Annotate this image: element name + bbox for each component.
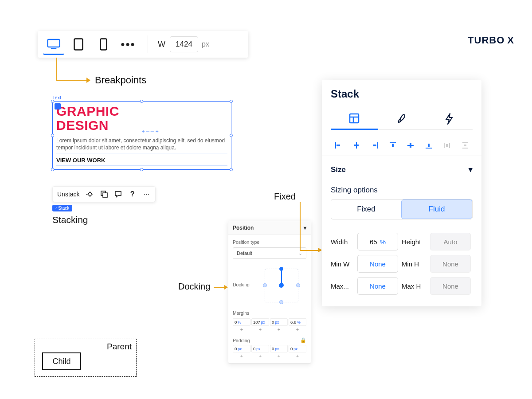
align-center-h-button[interactable] (349, 140, 364, 151)
edit-shape-button[interactable] (86, 190, 94, 198)
add-padding[interactable]: + (251, 353, 269, 359)
align-top-icon (389, 141, 397, 149)
height-label: Height (402, 238, 426, 246)
breakpoint-desktop[interactable] (43, 34, 64, 55)
maxw-input[interactable]: None (357, 277, 398, 295)
svg-rect-2 (74, 39, 83, 50)
parent-diagram: Parent Child (35, 339, 137, 377)
margin-bottom-input[interactable]: 0px (270, 318, 288, 326)
dock-point-left[interactable] (263, 283, 267, 287)
fixed-callout: Fixed (274, 192, 296, 202)
width-input[interactable] (170, 36, 198, 52)
unstack-button[interactable]: Unstack (57, 191, 80, 198)
callout-arrow (86, 78, 90, 83)
callout-line (300, 202, 301, 250)
callout-arrow (318, 248, 322, 252)
resize-handle[interactable] (140, 168, 143, 171)
selection-badge (55, 103, 61, 110)
minh-label: Min H (402, 260, 426, 268)
width-input[interactable]: 65% (357, 233, 398, 250)
position-panel-header[interactable]: Position ▾ (228, 221, 311, 235)
add-padding[interactable]: + (289, 353, 306, 359)
resize-handle[interactable] (230, 168, 233, 171)
add-margin[interactable]: + (270, 327, 288, 332)
resize-handle[interactable] (51, 134, 54, 137)
tab-layout[interactable] (331, 108, 378, 130)
diamond-pencil-icon (86, 190, 94, 198)
help-button[interactable]: ? (129, 190, 137, 198)
distribute-v-button[interactable] (457, 140, 473, 151)
decorative-sparkle: ✦ ─ ─ ✦ (141, 129, 159, 134)
copy-icon (100, 190, 108, 198)
dimension-grid: Width 65% Height Auto Min W None Min H N… (331, 233, 473, 295)
breakpoint-mobile[interactable] (93, 34, 114, 55)
add-margin[interactable]: + (289, 327, 306, 332)
sizing-fluid-button[interactable]: Fluid (401, 200, 472, 219)
breakpoints-callout: Breakpoints (95, 74, 146, 86)
parent-label: Parent (107, 342, 132, 352)
padding-bottom-input[interactable]: 0px (270, 345, 288, 352)
callout-line (56, 58, 57, 80)
selection-box[interactable]: GRAPHIC DESIGN ✦ ─ ─ ✦ Lorem ipsum dolor… (52, 101, 231, 170)
align-middle-button[interactable] (403, 140, 419, 151)
dock-point-bottom[interactable] (279, 300, 283, 304)
size-label: Size (331, 165, 346, 174)
position-type-select[interactable]: Default ⌄ (233, 247, 306, 259)
margin-top-input[interactable]: 0% (233, 318, 250, 326)
canvas-selection[interactable]: Text GRAPHIC DESIGN ✦ ─ ─ ✦ Lorem ipsum … (52, 95, 231, 170)
padding-right-input[interactable]: 0px (251, 345, 269, 352)
more-button[interactable]: ··· (143, 190, 151, 198)
add-padding[interactable]: + (270, 353, 288, 359)
tab-interactions[interactable] (425, 108, 473, 129)
align-right-button[interactable] (367, 140, 383, 151)
stack-breadcrumb-chip[interactable]: ‹ Stack (52, 205, 72, 211)
docking-grid[interactable] (265, 269, 298, 302)
dock-point-center[interactable] (279, 283, 284, 288)
margin-right-input[interactable]: 107px (251, 318, 269, 326)
padding-row: 0px 0px 0px 0px (233, 345, 306, 352)
distribute-h-button[interactable] (439, 140, 455, 151)
dock-point-right[interactable] (296, 283, 300, 287)
align-middle-icon (407, 141, 415, 149)
margin-left-input[interactable]: 6.8% (289, 318, 306, 326)
padding-left-input[interactable]: 0px (289, 345, 306, 352)
comment-button[interactable] (114, 190, 122, 198)
sizing-fixed-button[interactable]: Fixed (331, 200, 401, 219)
align-right-icon (371, 141, 379, 149)
docking-callout: Docking (178, 282, 210, 292)
align-center-h-icon (352, 141, 360, 149)
position-type-value: Default (237, 250, 252, 256)
add-margin[interactable]: + (233, 327, 250, 332)
breakpoint-tablet[interactable] (68, 34, 89, 55)
svg-rect-13 (354, 145, 359, 146)
dock-point-top[interactable] (279, 267, 283, 271)
align-bottom-button[interactable] (421, 140, 437, 151)
resize-handle[interactable] (51, 100, 54, 103)
minw-input[interactable]: None (357, 255, 398, 273)
brand-name: TURBO (468, 35, 505, 46)
maxh-input[interactable]: None (430, 277, 471, 295)
comment-icon (114, 190, 122, 198)
align-top-button[interactable] (385, 140, 400, 151)
minh-input[interactable]: None (430, 255, 471, 273)
toolbar-divider (148, 35, 148, 53)
padding-top-input[interactable]: 0px (233, 345, 250, 352)
callout-line (300, 250, 321, 251)
layers-button[interactable] (100, 190, 108, 198)
align-left-button[interactable] (331, 140, 346, 151)
breakpoint-more[interactable]: ••• (117, 34, 139, 55)
size-section-header[interactable]: Size ▾ (331, 162, 473, 180)
lock-icon[interactable]: 🔒 (300, 337, 306, 343)
add-margin[interactable]: + (251, 327, 269, 332)
position-type-label: Position type (233, 239, 306, 245)
resize-handle[interactable] (230, 134, 233, 137)
resize-handle[interactable] (230, 100, 233, 103)
brush-icon (396, 113, 407, 125)
add-padding[interactable]: + (233, 353, 250, 359)
resize-handle[interactable] (140, 100, 143, 103)
height-input[interactable]: Auto (430, 233, 471, 250)
tab-style[interactable] (378, 108, 426, 129)
resize-handle[interactable] (51, 168, 54, 171)
sizing-options-label: Sizing options (331, 186, 473, 195)
callout-line (56, 80, 87, 81)
